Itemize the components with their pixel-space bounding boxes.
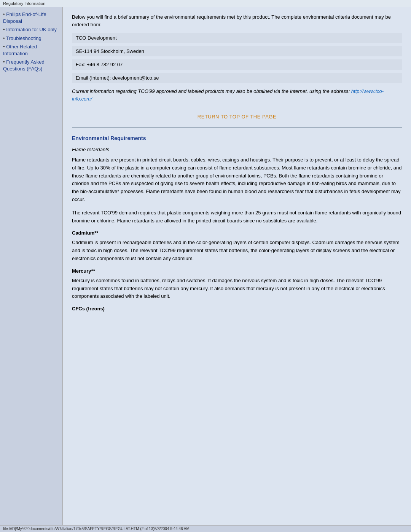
flame-subtitle: Flame retardants [72,147,402,152]
tco-line-2: SE-114 94 Stockholm, Sweden [72,46,402,56]
return-to-top[interactable]: RETURN TO TOP OF THE PAGE [72,114,402,120]
top-bar-title: Regulatory Information [3,1,45,6]
main-content: Below you will find a brief summary of t… [63,7,411,525]
sidebar-item-3[interactable]: Troubleshooting [3,35,59,42]
sidebar-item-1[interactable]: Philips End-of-Life Disposal [3,11,59,25]
tco-line-3: Fax: +46 8 782 92 07 [72,59,402,70]
divider [72,127,402,128]
env-req-title: Environmental Requirements [72,135,402,141]
italic-note: Current information regarding TCO'99 app… [72,88,402,102]
sidebar-link-4[interactable]: Other Related Information [3,44,37,56]
sidebar-link-1[interactable]: Philips End-of-Life Disposal [3,11,46,24]
tco-line-1: TCO Development [72,33,402,43]
cadmium-paragraph: Cadmium is present in rechargeable batte… [72,239,402,262]
bottom-bar: file:///D|/My%20documents/dfu/W7/italian… [0,525,411,532]
sidebar: Philips End-of-Life Disposal Information… [0,7,63,525]
sidebar-item-4[interactable]: Other Related Information [3,43,59,57]
return-to-top-link[interactable]: RETURN TO TOP OF THE PAGE [198,114,276,120]
bottom-bar-text: file:///D|/My%20documents/dfu/W7/italian… [3,527,190,531]
sidebar-link-3[interactable]: Troubleshooting [6,35,41,41]
top-bar: Regulatory Information [0,0,411,7]
cfcs-title: CFCs (freons) [72,306,402,312]
flame-paragraph-1: Flame retardants are present in printed … [72,156,402,204]
flame-paragraph-2: The relevant TCO'99 demand requires that… [72,209,402,225]
mercury-title: Mercury** [72,268,402,274]
sidebar-link-2[interactable]: Information for UK only [6,27,57,32]
mercury-paragraph: Mercury is sometimes found in batteries,… [72,277,402,300]
sidebar-item-5[interactable]: Frequently Asked Questions (FAQs) [3,59,59,72]
sidebar-link-5[interactable]: Frequently Asked Questions (FAQs) [3,59,45,72]
sidebar-nav: Philips End-of-Life Disposal Information… [3,11,59,73]
cadmium-title: Cadmium** [72,230,402,236]
tco-line-4: Email (Internet): development@tco.se [72,73,402,83]
sidebar-item-2[interactable]: Information for UK only [3,26,59,33]
intro-paragraph: Below you will find a brief summary of t… [72,13,402,28]
